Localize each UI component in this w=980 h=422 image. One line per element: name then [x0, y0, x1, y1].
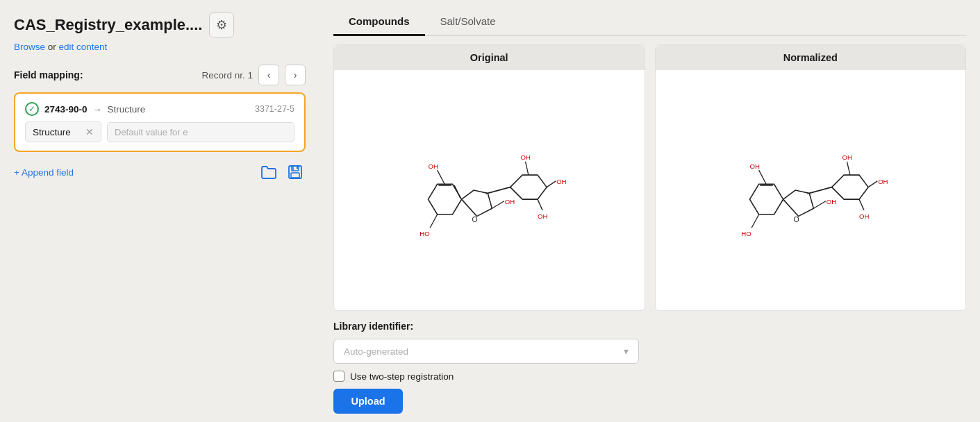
svg-line-8 — [438, 170, 445, 184]
original-panel: Original OH HO — [333, 44, 645, 311]
svg-text:OH: OH — [538, 212, 547, 220]
right-panel: Compounds Salt/Solvate Original OH — [319, 0, 980, 422]
svg-text:O: O — [472, 215, 478, 223]
two-step-checkbox[interactable] — [333, 371, 344, 382]
svg-text:O: O — [793, 215, 799, 223]
library-identifier-value: Auto-generated — [344, 346, 408, 357]
svg-line-20 — [547, 181, 556, 187]
svg-line-33 — [813, 201, 826, 209]
tabs-row: Compounds Salt/Solvate — [333, 8, 966, 36]
svg-text:OH: OH — [859, 212, 869, 220]
or-text: or — [45, 42, 59, 52]
gear-button[interactable]: ⚙ — [209, 12, 234, 37]
normalized-molecule-svg: OH HO O OH OH OH OH — [713, 114, 908, 267]
save-button[interactable] — [285, 162, 306, 183]
svg-marker-5 — [429, 184, 462, 214]
svg-marker-26 — [749, 184, 783, 214]
field-mapping-row: Field mapping: Record nr. 1 ‹ › — [14, 65, 306, 85]
upload-button[interactable]: Upload — [333, 389, 403, 414]
svg-line-30 — [751, 214, 759, 228]
svg-line-16 — [488, 187, 510, 194]
save-icon — [288, 164, 303, 180]
svg-line-14 — [492, 201, 505, 209]
below-panels: Library identifier: Auto-generated ▾ Use… — [333, 321, 966, 414]
record-label: Record nr. 1 — [201, 70, 253, 81]
folder-button[interactable] — [258, 162, 279, 183]
normalized-molecule-area: OH HO O OH OH OH OH — [656, 70, 966, 310]
svg-text:OH: OH — [749, 162, 759, 170]
svg-line-10 — [430, 214, 438, 228]
svg-line-41 — [859, 199, 864, 210]
next-record-button[interactable]: › — [285, 65, 306, 85]
svg-text:OH: OH — [827, 198, 836, 205]
default-value-field[interactable]: Default value for e — [107, 122, 294, 142]
svg-rect-2 — [291, 173, 299, 178]
library-identifier-label: Library identifier: — [333, 321, 966, 332]
svg-marker-17 — [510, 175, 547, 199]
icon-btns — [258, 162, 306, 183]
two-step-row: Use two-step registration — [333, 371, 966, 382]
svg-line-35 — [809, 187, 831, 194]
mapping-source: 2743-90-0 — [44, 104, 88, 115]
mapping-target: Structure — [108, 104, 146, 115]
mapping-id: 3371-27-5 — [255, 104, 294, 114]
tab-salt-solvate[interactable]: Salt/Solvate — [425, 8, 511, 36]
svg-line-37 — [847, 162, 849, 175]
remove-field-button[interactable]: ✕ — [85, 126, 94, 137]
original-panel-header: Original — [334, 45, 645, 70]
folder-icon — [261, 165, 276, 179]
tab-compounds[interactable]: Compounds — [333, 8, 425, 36]
mapping-arrow: → — [93, 104, 102, 115]
mapping-fields-row: Structure ✕ Default value for e — [25, 121, 294, 142]
mapping-header: ✓ 2743-90-0 → Structure 3371-27-5 — [25, 102, 294, 116]
append-field-button[interactable]: + Append field — [14, 167, 74, 178]
chevron-down-icon: ▾ — [624, 346, 629, 357]
panels-row: Original OH HO — [333, 44, 966, 311]
field-mapping-label: Field mapping: — [14, 69, 83, 81]
svg-line-7 — [454, 185, 460, 198]
svg-text:OH: OH — [505, 198, 515, 205]
normalized-panel-header: Normalized — [656, 45, 966, 70]
svg-line-28 — [758, 170, 766, 184]
library-identifier-select[interactable]: Auto-generated ▾ — [333, 339, 639, 364]
svg-text:OH: OH — [556, 178, 566, 185]
mapping-card: ✓ 2743-90-0 → Structure 3371-27-5 Struct… — [14, 92, 306, 152]
browse-link[interactable]: Browse — [14, 42, 45, 52]
svg-text:OH: OH — [429, 162, 438, 170]
left-panel: CAS_Registry_example.... ⚙ Browse or edi… — [0, 0, 319, 422]
original-molecule-area: OH HO O OH — [334, 70, 645, 310]
prev-record-button[interactable]: ‹ — [258, 65, 279, 85]
svg-text:OH: OH — [842, 153, 852, 161]
svg-text:OH: OH — [878, 178, 888, 185]
svg-text:HO: HO — [420, 230, 431, 237]
gear-icon: ⚙ — [216, 17, 227, 33]
app-title: CAS_Registry_example.... — [14, 16, 202, 34]
check-icon: ✓ — [25, 102, 39, 116]
original-molecule-svg: OH HO O OH — [392, 114, 586, 267]
svg-marker-36 — [831, 175, 868, 199]
edit-link[interactable]: edit content — [59, 42, 108, 52]
title-row: CAS_Registry_example.... ⚙ — [14, 12, 306, 37]
svg-line-18 — [526, 162, 529, 175]
normalized-panel: Normalized OH HO O OH — [655, 44, 967, 311]
svg-line-22 — [538, 199, 542, 210]
bottom-actions: + Append field — [14, 162, 306, 183]
field-tag-label: Structure — [33, 127, 71, 137]
svg-text:HO: HO — [741, 230, 751, 237]
svg-text:OH: OH — [521, 153, 531, 161]
two-step-label: Use two-step registration — [350, 371, 454, 382]
field-tag: Structure ✕ — [25, 121, 101, 142]
svg-line-39 — [868, 181, 877, 187]
browse-row: Browse or edit content — [14, 42, 306, 52]
